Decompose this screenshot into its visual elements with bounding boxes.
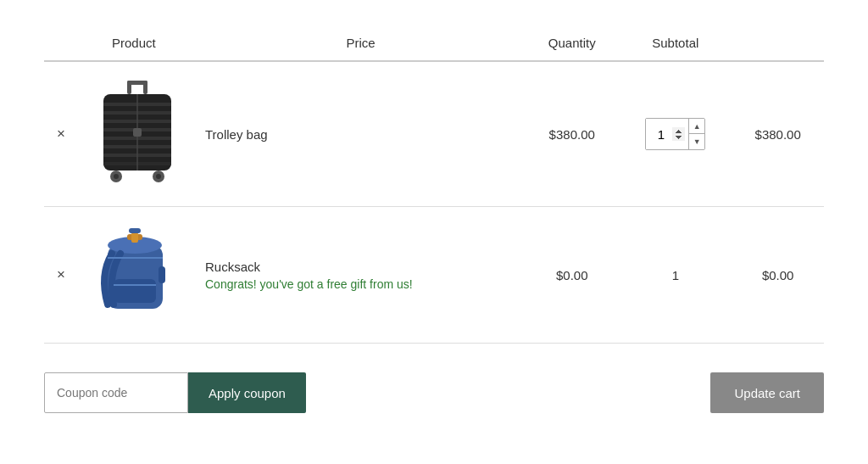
trolley-product-image-cell	[78, 61, 197, 207]
svg-rect-25	[159, 266, 165, 283]
rucksack-price: $0.00	[525, 207, 619, 344]
remove-trolley-button[interactable]: ×	[44, 61, 78, 207]
th-subtotal: Subtotal	[619, 25, 732, 61]
th-product: Product	[44, 25, 197, 61]
trolley-qty-down-button[interactable]: ▼	[689, 134, 704, 149]
trolley-spinners: ▲ ▼	[688, 119, 704, 149]
table-row: ×	[44, 207, 824, 344]
svg-rect-20	[114, 279, 156, 303]
th-price: Price	[197, 25, 525, 61]
trolley-product-name: Trolley bag	[205, 127, 516, 142]
apply-coupon-button[interactable]: Apply coupon	[188, 372, 306, 413]
svg-rect-17	[133, 128, 142, 137]
th-quantity: Quantity	[525, 25, 619, 61]
svg-rect-2	[127, 81, 147, 85]
rucksack-product-image-cell	[78, 207, 197, 344]
trolley-quantity-cell: ▲ ▼	[619, 61, 732, 207]
close-icon: ×	[57, 126, 65, 142]
svg-point-16	[156, 174, 161, 179]
trolley-quantity-wrapper: ▲ ▼	[645, 118, 705, 150]
cart-footer: Apply coupon Update cart	[44, 364, 824, 422]
remove-rucksack-button[interactable]: ×	[44, 207, 78, 344]
coupon-code-input[interactable]	[44, 372, 188, 413]
cart-table: Product Price Quantity Subtotal ×	[44, 25, 824, 344]
rucksack-svg	[95, 224, 180, 326]
trolley-qty-up-button[interactable]: ▲	[689, 119, 704, 134]
trolley-product-name-cell: Trolley bag	[197, 61, 525, 207]
cart-container: Product Price Quantity Subtotal ×	[27, 25, 841, 422]
rucksack-promo-text: Congrats! you've got a free gift from us…	[205, 277, 516, 291]
coupon-section: Apply coupon	[44, 372, 306, 413]
close-icon: ×	[57, 266, 65, 282]
rucksack-image	[86, 224, 188, 326]
update-cart-button[interactable]: Update cart	[710, 372, 824, 413]
svg-rect-26	[129, 228, 141, 233]
rucksack-subtotal: $0.00	[732, 207, 824, 344]
table-row: ×	[44, 61, 824, 207]
trolley-image	[86, 79, 188, 189]
rucksack-product-name-cell: Rucksack Congrats! you've got a free gif…	[197, 207, 525, 344]
table-header-row: Product Price Quantity Subtotal	[44, 25, 824, 61]
svg-point-15	[114, 174, 119, 179]
trolley-price: $380.00	[525, 61, 619, 207]
trolley-quantity-input[interactable]	[646, 119, 688, 149]
rucksack-product-name: Rucksack	[205, 260, 516, 274]
trolley-svg	[95, 79, 180, 189]
trolley-subtotal: $380.00	[732, 61, 824, 207]
rucksack-quantity-cell: 1	[619, 207, 732, 344]
rucksack-quantity-value: 1	[672, 268, 679, 282]
svg-rect-24	[131, 232, 138, 243]
